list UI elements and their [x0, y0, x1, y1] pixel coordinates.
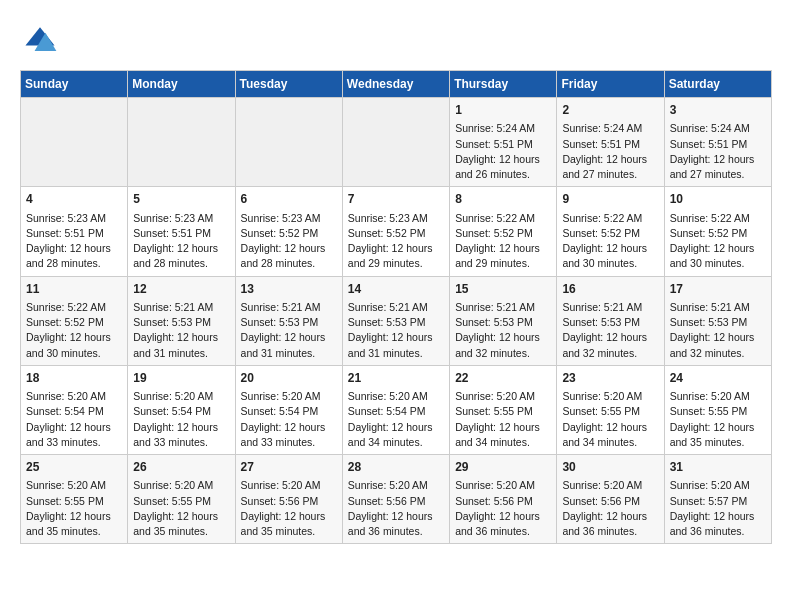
calendar-cell: 1Sunrise: 5:24 AMSunset: 5:51 PMDaylight… [450, 98, 557, 187]
day-number: 3 [670, 102, 766, 119]
calendar-cell: 29Sunrise: 5:20 AMSunset: 5:56 PMDayligh… [450, 455, 557, 544]
day-info: Sunrise: 5:21 AMSunset: 5:53 PMDaylight:… [241, 300, 337, 361]
calendar-cell: 31Sunrise: 5:20 AMSunset: 5:57 PMDayligh… [664, 455, 771, 544]
calendar-cell: 3Sunrise: 5:24 AMSunset: 5:51 PMDaylight… [664, 98, 771, 187]
calendar-cell: 19Sunrise: 5:20 AMSunset: 5:54 PMDayligh… [128, 365, 235, 454]
day-info: Sunrise: 5:20 AMSunset: 5:54 PMDaylight:… [241, 389, 337, 450]
day-number: 17 [670, 281, 766, 298]
day-number: 14 [348, 281, 444, 298]
weekday-header-thursday: Thursday [450, 71, 557, 98]
day-number: 4 [26, 191, 122, 208]
day-info: Sunrise: 5:20 AMSunset: 5:55 PMDaylight:… [133, 478, 229, 539]
day-number: 28 [348, 459, 444, 476]
day-info: Sunrise: 5:21 AMSunset: 5:53 PMDaylight:… [455, 300, 551, 361]
day-number: 24 [670, 370, 766, 387]
calendar-cell: 12Sunrise: 5:21 AMSunset: 5:53 PMDayligh… [128, 276, 235, 365]
day-info: Sunrise: 5:21 AMSunset: 5:53 PMDaylight:… [670, 300, 766, 361]
day-info: Sunrise: 5:24 AMSunset: 5:51 PMDaylight:… [455, 121, 551, 182]
day-info: Sunrise: 5:23 AMSunset: 5:51 PMDaylight:… [133, 211, 229, 272]
calendar-cell: 28Sunrise: 5:20 AMSunset: 5:56 PMDayligh… [342, 455, 449, 544]
calendar-cell: 22Sunrise: 5:20 AMSunset: 5:55 PMDayligh… [450, 365, 557, 454]
day-number: 20 [241, 370, 337, 387]
calendar-cell: 11Sunrise: 5:22 AMSunset: 5:52 PMDayligh… [21, 276, 128, 365]
day-number: 25 [26, 459, 122, 476]
weekday-header-sunday: Sunday [21, 71, 128, 98]
day-number: 21 [348, 370, 444, 387]
calendar-cell: 23Sunrise: 5:20 AMSunset: 5:55 PMDayligh… [557, 365, 664, 454]
calendar-cell: 9Sunrise: 5:22 AMSunset: 5:52 PMDaylight… [557, 187, 664, 276]
day-number: 31 [670, 459, 766, 476]
day-info: Sunrise: 5:22 AMSunset: 5:52 PMDaylight:… [455, 211, 551, 272]
calendar-week-row: 18Sunrise: 5:20 AMSunset: 5:54 PMDayligh… [21, 365, 772, 454]
day-info: Sunrise: 5:20 AMSunset: 5:54 PMDaylight:… [26, 389, 122, 450]
day-number: 27 [241, 459, 337, 476]
calendar-week-row: 4Sunrise: 5:23 AMSunset: 5:51 PMDaylight… [21, 187, 772, 276]
calendar-cell: 7Sunrise: 5:23 AMSunset: 5:52 PMDaylight… [342, 187, 449, 276]
calendar-cell: 25Sunrise: 5:20 AMSunset: 5:55 PMDayligh… [21, 455, 128, 544]
calendar-cell: 30Sunrise: 5:20 AMSunset: 5:56 PMDayligh… [557, 455, 664, 544]
calendar-cell: 10Sunrise: 5:22 AMSunset: 5:52 PMDayligh… [664, 187, 771, 276]
day-info: Sunrise: 5:21 AMSunset: 5:53 PMDaylight:… [562, 300, 658, 361]
calendar-body: 1Sunrise: 5:24 AMSunset: 5:51 PMDaylight… [21, 98, 772, 544]
day-info: Sunrise: 5:24 AMSunset: 5:51 PMDaylight:… [562, 121, 658, 182]
weekday-header-row: SundayMondayTuesdayWednesdayThursdayFrid… [21, 71, 772, 98]
logo [20, 20, 66, 60]
page-header [20, 20, 772, 60]
calendar-cell: 14Sunrise: 5:21 AMSunset: 5:53 PMDayligh… [342, 276, 449, 365]
day-info: Sunrise: 5:20 AMSunset: 5:55 PMDaylight:… [26, 478, 122, 539]
weekday-header-wednesday: Wednesday [342, 71, 449, 98]
calendar-cell: 20Sunrise: 5:20 AMSunset: 5:54 PMDayligh… [235, 365, 342, 454]
day-info: Sunrise: 5:23 AMSunset: 5:52 PMDaylight:… [348, 211, 444, 272]
day-number: 9 [562, 191, 658, 208]
weekday-header-friday: Friday [557, 71, 664, 98]
calendar-cell: 17Sunrise: 5:21 AMSunset: 5:53 PMDayligh… [664, 276, 771, 365]
day-number: 23 [562, 370, 658, 387]
day-number: 16 [562, 281, 658, 298]
day-number: 1 [455, 102, 551, 119]
day-number: 5 [133, 191, 229, 208]
day-info: Sunrise: 5:20 AMSunset: 5:54 PMDaylight:… [133, 389, 229, 450]
calendar-cell: 4Sunrise: 5:23 AMSunset: 5:51 PMDaylight… [21, 187, 128, 276]
calendar-cell [235, 98, 342, 187]
calendar-cell: 26Sunrise: 5:20 AMSunset: 5:55 PMDayligh… [128, 455, 235, 544]
calendar-cell: 8Sunrise: 5:22 AMSunset: 5:52 PMDaylight… [450, 187, 557, 276]
day-info: Sunrise: 5:20 AMSunset: 5:56 PMDaylight:… [348, 478, 444, 539]
calendar-cell: 2Sunrise: 5:24 AMSunset: 5:51 PMDaylight… [557, 98, 664, 187]
day-info: Sunrise: 5:20 AMSunset: 5:55 PMDaylight:… [670, 389, 766, 450]
logo-icon [20, 20, 60, 60]
day-info: Sunrise: 5:20 AMSunset: 5:55 PMDaylight:… [562, 389, 658, 450]
day-number: 11 [26, 281, 122, 298]
day-info: Sunrise: 5:22 AMSunset: 5:52 PMDaylight:… [26, 300, 122, 361]
day-number: 13 [241, 281, 337, 298]
day-number: 8 [455, 191, 551, 208]
day-info: Sunrise: 5:20 AMSunset: 5:57 PMDaylight:… [670, 478, 766, 539]
day-info: Sunrise: 5:23 AMSunset: 5:52 PMDaylight:… [241, 211, 337, 272]
day-info: Sunrise: 5:23 AMSunset: 5:51 PMDaylight:… [26, 211, 122, 272]
day-info: Sunrise: 5:20 AMSunset: 5:56 PMDaylight:… [455, 478, 551, 539]
calendar-cell [128, 98, 235, 187]
calendar-cell [21, 98, 128, 187]
day-number: 22 [455, 370, 551, 387]
weekday-header-monday: Monday [128, 71, 235, 98]
calendar-cell: 13Sunrise: 5:21 AMSunset: 5:53 PMDayligh… [235, 276, 342, 365]
calendar-cell: 21Sunrise: 5:20 AMSunset: 5:54 PMDayligh… [342, 365, 449, 454]
day-info: Sunrise: 5:22 AMSunset: 5:52 PMDaylight:… [670, 211, 766, 272]
day-info: Sunrise: 5:20 AMSunset: 5:54 PMDaylight:… [348, 389, 444, 450]
day-number: 29 [455, 459, 551, 476]
day-info: Sunrise: 5:20 AMSunset: 5:55 PMDaylight:… [455, 389, 551, 450]
calendar-cell: 6Sunrise: 5:23 AMSunset: 5:52 PMDaylight… [235, 187, 342, 276]
day-info: Sunrise: 5:21 AMSunset: 5:53 PMDaylight:… [133, 300, 229, 361]
day-number: 15 [455, 281, 551, 298]
day-info: Sunrise: 5:21 AMSunset: 5:53 PMDaylight:… [348, 300, 444, 361]
day-number: 30 [562, 459, 658, 476]
day-number: 7 [348, 191, 444, 208]
weekday-header-saturday: Saturday [664, 71, 771, 98]
day-info: Sunrise: 5:22 AMSunset: 5:52 PMDaylight:… [562, 211, 658, 272]
calendar-week-row: 25Sunrise: 5:20 AMSunset: 5:55 PMDayligh… [21, 455, 772, 544]
calendar-cell: 24Sunrise: 5:20 AMSunset: 5:55 PMDayligh… [664, 365, 771, 454]
calendar-table: SundayMondayTuesdayWednesdayThursdayFrid… [20, 70, 772, 544]
day-number: 12 [133, 281, 229, 298]
day-info: Sunrise: 5:20 AMSunset: 5:56 PMDaylight:… [241, 478, 337, 539]
day-number: 26 [133, 459, 229, 476]
calendar-cell: 15Sunrise: 5:21 AMSunset: 5:53 PMDayligh… [450, 276, 557, 365]
